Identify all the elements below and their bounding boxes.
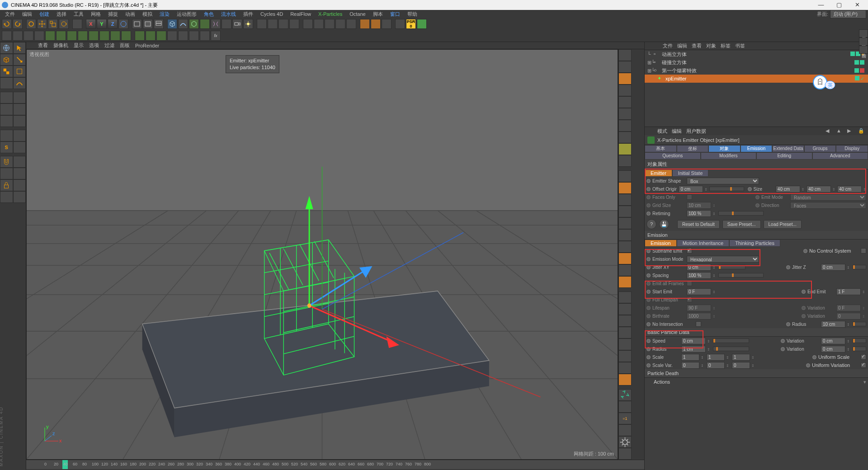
vh-filter[interactable]: 过滤 [104, 42, 114, 49]
lt-cube[interactable] [0, 54, 13, 66]
menu-snap[interactable]: 捕捉 [105, 10, 121, 18]
subtab-em-tp[interactable]: Thinking Particles [729, 240, 780, 247]
var2-slider[interactable] [853, 347, 866, 351]
vh-options[interactable]: 选项 [89, 42, 99, 49]
tool-a[interactable] [257, 19, 267, 29]
var1-input[interactable] [821, 338, 845, 344]
redo-button[interactable] [13, 19, 23, 29]
coord-system[interactable] [118, 19, 128, 29]
tool-i[interactable] [346, 19, 356, 29]
menu-octane[interactable]: Octane [346, 10, 368, 18]
rt-4[interactable] [618, 85, 632, 96]
lt-rect[interactable] [13, 66, 26, 77]
menu-tools[interactable]: 工具 [71, 10, 87, 18]
rotate-tool[interactable] [59, 19, 69, 29]
tab-extdata[interactable]: Extended Data [772, 145, 804, 152]
tool-k[interactable] [371, 19, 381, 29]
tb2-4[interactable] [34, 31, 44, 41]
speed-slider[interactable] [713, 338, 749, 343]
rt-23[interactable] [618, 315, 632, 327]
close-button[interactable]: ✕ [848, 0, 866, 10]
lt-scale2[interactable] [13, 103, 26, 115]
tb2-17[interactable] [178, 31, 188, 41]
lt-globe[interactable] [0, 42, 13, 54]
tb2-fx[interactable]: fx [211, 31, 221, 41]
lt-arrow[interactable] [13, 54, 26, 66]
rt-32[interactable] [618, 424, 632, 436]
nav-fwd-icon[interactable]: ▶ [847, 128, 854, 134]
var2-input[interactable] [821, 346, 845, 352]
menu-mesh[interactable]: 网格 [88, 10, 104, 18]
tb2-6[interactable] [56, 31, 66, 41]
full-lifespan-check[interactable] [687, 297, 692, 302]
menu-realflow[interactable]: RealFlow [287, 10, 314, 18]
rt-22[interactable] [618, 303, 632, 315]
tab-basic[interactable]: 基本 [645, 145, 677, 152]
subtab-emitter[interactable]: Emitter [645, 169, 672, 177]
lt-misc4[interactable] [13, 179, 26, 191]
rt-9[interactable] [618, 143, 632, 155]
lt-grid[interactable] [13, 141, 26, 153]
rt-16[interactable] [618, 229, 632, 241]
vh-display[interactable]: 显示 [74, 42, 84, 49]
rt-eq1[interactable]: =1 [618, 413, 632, 424]
tb2-5[interactable] [45, 31, 55, 41]
tab-editing[interactable]: Editing [756, 152, 812, 160]
emit-all-check[interactable] [687, 281, 692, 286]
tree-item[interactable]: 动画立方体 [662, 51, 687, 58]
rt-28[interactable] [618, 374, 632, 385]
scale-z[interactable] [732, 354, 750, 361]
lt-curve[interactable] [13, 77, 26, 89]
rt-20[interactable] [618, 276, 632, 288]
tool-b[interactable] [268, 19, 278, 29]
objmgr-bookmarks[interactable]: 书签 [735, 42, 745, 49]
spline-tool[interactable] [178, 19, 188, 29]
retiming-slider[interactable] [718, 211, 764, 216]
tool-g[interactable] [325, 19, 335, 29]
lt-rot2[interactable] [13, 115, 26, 127]
cube-primitive[interactable] [167, 19, 177, 29]
jitter-z-input[interactable] [821, 264, 845, 271]
psr-button[interactable]: PSR0 [406, 19, 416, 29]
lt-points[interactable] [0, 92, 13, 103]
lt-workplane[interactable] [0, 168, 13, 179]
perspective-viewport[interactable]: 透视视图 Emitter: xpEmitter Live particles: … [26, 49, 618, 460]
tool-l[interactable] [382, 19, 392, 29]
tab-emission[interactable]: Emission [741, 145, 773, 152]
subtab-em-motion[interactable]: Motion Inheritance [677, 240, 730, 247]
subtab-initstate[interactable]: Initial State [672, 169, 708, 177]
camera-create[interactable] [232, 19, 242, 29]
tb2-10[interactable] [99, 31, 109, 41]
preset-save-button[interactable]: 💾 [659, 219, 669, 229]
tab-questions[interactable]: Questions [645, 152, 701, 160]
nointer-check[interactable] [696, 321, 701, 327]
rt-12[interactable] [618, 182, 632, 194]
nav-back-icon[interactable]: ◀ [826, 128, 832, 134]
rt-3[interactable] [618, 73, 632, 85]
jitter-xy-input[interactable] [687, 264, 711, 271]
start-emit-input[interactable] [687, 288, 711, 295]
load-preset-button[interactable]: Load Preset... [764, 220, 802, 229]
lt-magnet[interactable] [0, 156, 13, 168]
menu-simulate[interactable]: 模拟 [139, 10, 156, 18]
radius-slider[interactable] [713, 347, 749, 351]
rt-11[interactable] [618, 170, 632, 182]
lock-icon[interactable]: 🔒 [858, 128, 864, 134]
rt-gear[interactable] [618, 436, 632, 448]
jitter-xy-slider[interactable] [718, 265, 745, 269]
tb2-18[interactable] [189, 31, 199, 41]
lt-misc2[interactable] [13, 156, 26, 168]
vh-prorender[interactable]: ProRender [135, 43, 159, 48]
preset-menu-button[interactable]: ? [646, 219, 656, 229]
tool-j[interactable] [360, 19, 370, 29]
spacing-input[interactable] [687, 272, 711, 279]
lt-edges[interactable] [0, 103, 13, 115]
scale-x[interactable] [681, 354, 699, 361]
rt-26[interactable] [618, 350, 632, 362]
render-view[interactable] [132, 19, 142, 29]
menu-script[interactable]: 脚本 [370, 10, 386, 18]
tb2-12[interactable] [121, 31, 131, 41]
objmgr-object[interactable]: 对象 [706, 42, 716, 49]
rtab-2[interactable]: 标签预设 [859, 38, 868, 46]
sv-x[interactable] [681, 362, 699, 369]
